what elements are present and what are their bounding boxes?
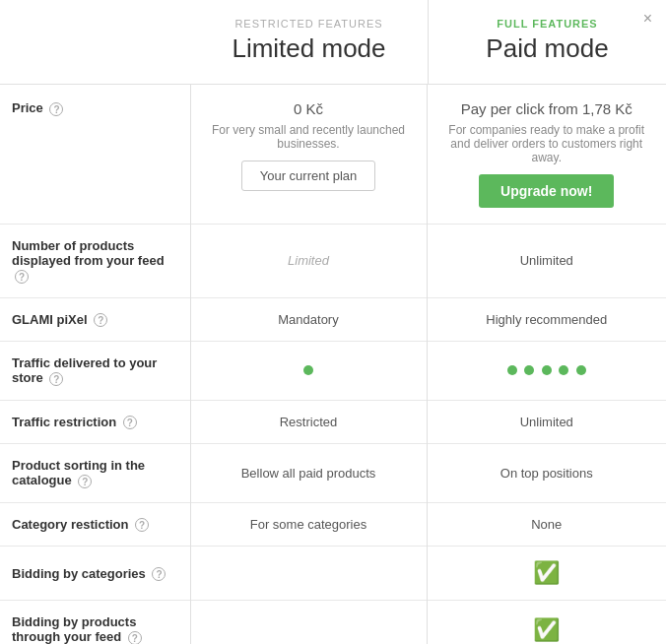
product-sorting-paid: On top positions (427, 444, 666, 503)
number-products-paid: Unlimited (427, 225, 666, 298)
table-row-traffic-delivered: Traffic delivered to your store ? (0, 342, 666, 401)
category-restriction-info-icon[interactable]: ? (135, 518, 149, 532)
traffic-dot-paid-4 (559, 365, 568, 375)
bidding-products-check-icon: ✅ (533, 617, 560, 642)
close-button[interactable]: × (643, 10, 652, 28)
table-row-category-restriction: Category restiction ? For some categorie… (0, 502, 666, 547)
table-row-price: Price ? 0 Kč For very small and recently… (0, 85, 666, 225)
table-row-traffic-restriction: Traffic restriction ? Restricted Unlimit… (0, 400, 666, 444)
bidding-categories-info-icon[interactable]: ? (152, 567, 166, 581)
table-row-glami-pixel: GLAMI piXel ? Mandatory Highly recommend… (0, 297, 666, 342)
traffic-restriction-info-icon[interactable]: ? (123, 416, 137, 429)
product-sorting-label: Product sorting in the catalogue ? (0, 444, 190, 503)
bidding-categories-limited (190, 547, 427, 601)
price-limited-col: 0 Kč For very small and recently launche… (190, 85, 427, 225)
glami-pixel-limited: Mandatory (190, 297, 427, 342)
header-row: RESTRICTED FEATURES Limited mode FULL FE… (0, 0, 666, 85)
restricted-features-label: RESTRICTED FEATURES (200, 18, 418, 30)
price-info-icon[interactable]: ? (49, 102, 63, 116)
number-products-info-icon[interactable]: ? (15, 270, 29, 284)
bidding-categories-check-icon: ✅ (533, 560, 560, 585)
category-restriction-paid: None (427, 502, 666, 547)
traffic-dot-paid-3 (542, 365, 552, 375)
category-restriction-limited: For some categories (190, 502, 427, 547)
paid-mode-title: Paid mode (438, 33, 656, 64)
price-label: Price ? (0, 85, 190, 225)
table-row-bidding-products: Bidding by products through your feed ? … (0, 601, 666, 644)
product-sorting-info-icon[interactable]: ? (78, 475, 92, 488)
paid-price-main: Pay per click from 1,78 Kč (439, 100, 655, 117)
modal-container: × RESTRICTED FEATURES Limited mode FULL … (0, 0, 666, 644)
bidding-products-limited (190, 601, 427, 644)
full-features-label: FULL FEATURES (438, 18, 656, 30)
bidding-categories-label: Bidding by categories ? (0, 547, 190, 601)
traffic-delivered-paid (427, 342, 666, 401)
comparison-table: Price ? 0 Kč For very small and recently… (0, 85, 666, 644)
traffic-delivered-limited (190, 342, 427, 401)
traffic-restriction-paid: Unlimited (427, 400, 666, 444)
table-row-number-products: Number of products displayed from your f… (0, 225, 666, 298)
glami-pixel-paid: Highly recommended (427, 297, 666, 342)
traffic-dot-paid-1 (507, 365, 517, 375)
traffic-dot-paid-2 (524, 365, 534, 375)
traffic-dot-limited-1 (303, 365, 313, 375)
number-products-limited: Limited (190, 225, 427, 298)
bidding-products-paid: ✅ (427, 601, 666, 644)
limited-price-sub: For very small and recently launched bus… (203, 123, 415, 151)
limited-mode-title: Limited mode (200, 33, 418, 64)
traffic-delivered-label: Traffic delivered to your store ? (0, 342, 190, 401)
traffic-restriction-limited: Restricted (190, 400, 427, 444)
header-label-spacer (0, 0, 190, 84)
glami-pixel-info-icon[interactable]: ? (94, 313, 107, 327)
bidding-categories-paid: ✅ (427, 547, 666, 601)
traffic-delivered-info-icon[interactable]: ? (49, 372, 63, 386)
paid-mode-header: FULL FEATURES Paid mode (429, 0, 666, 84)
traffic-dot-paid-5 (576, 365, 586, 375)
bidding-products-label: Bidding by products through your feed ? (0, 601, 190, 644)
category-restriction-label: Category restiction ? (0, 502, 190, 547)
product-sorting-limited: Bellow all paid products (190, 444, 427, 503)
number-products-label: Number of products displayed from your f… (0, 225, 190, 298)
bidding-products-info-icon[interactable]: ? (128, 631, 142, 644)
traffic-restriction-label: Traffic restriction ? (0, 400, 190, 444)
number-products-limited-value: Limited (288, 253, 329, 268)
upgrade-button-top[interactable]: Upgrade now! (479, 174, 614, 208)
limited-price-main: 0 Kč (203, 100, 415, 117)
current-plan-button-top[interactable]: Your current plan (241, 161, 376, 191)
glami-pixel-label: GLAMI piXel ? (0, 297, 190, 342)
table-row-bidding-categories: Bidding by categories ? ✅ (0, 547, 666, 601)
price-paid-col: Pay per click from 1,78 Kč For companies… (427, 85, 666, 225)
limited-mode-header: RESTRICTED FEATURES Limited mode (190, 0, 429, 84)
paid-price-sub: For companies ready to make a profit and… (439, 123, 655, 164)
table-row-product-sorting: Product sorting in the catalogue ? Bello… (0, 444, 666, 503)
